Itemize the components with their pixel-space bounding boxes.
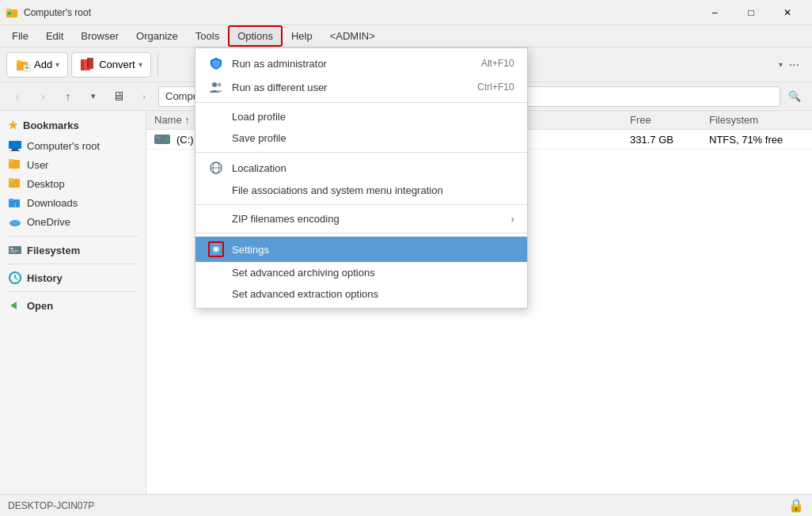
close-button[interactable]: ✕ xyxy=(769,0,806,25)
user-switch-icon xyxy=(208,80,224,94)
menu-file[interactable]: File xyxy=(3,26,37,46)
dd-save-profile-label: Save profile xyxy=(232,132,443,144)
menu-help[interactable]: Help xyxy=(283,26,321,46)
dd-zip-encoding-label: ZIP filenames encoding xyxy=(232,213,432,225)
dropdown-button[interactable]: ▾ xyxy=(82,85,104,108)
sidebar-separator-1 xyxy=(8,236,138,237)
drive-icon xyxy=(154,133,170,146)
dd-separator-1 xyxy=(195,102,527,103)
minimize-button[interactable]: – xyxy=(696,0,733,25)
computers-root-icon xyxy=(8,138,22,153)
open-section[interactable]: Open xyxy=(0,295,146,316)
dd-separator-2 xyxy=(195,152,527,153)
svg-rect-1 xyxy=(6,9,11,11)
convert-icon xyxy=(80,57,96,73)
sidebar-item-onedrive[interactable]: OneDrive xyxy=(0,212,146,231)
dd-localization-label: Localization xyxy=(232,162,443,174)
dd-file-associations[interactable]: File associations and system menu integr… xyxy=(195,180,527,201)
open-icon xyxy=(8,298,22,313)
settings-icon xyxy=(208,241,224,257)
svg-rect-26 xyxy=(10,250,18,251)
filesystem-label: Filesystem xyxy=(27,245,80,256)
svg-rect-12 xyxy=(12,149,18,150)
desktop-icon xyxy=(8,176,22,191)
convert-button[interactable]: Convert ▾ xyxy=(71,52,151,78)
svg-rect-27 xyxy=(10,252,17,252)
up-button[interactable]: ↑ xyxy=(57,85,79,108)
menu-organize[interactable]: Organize xyxy=(127,26,187,46)
svg-marker-31 xyxy=(10,302,17,309)
history-label: History xyxy=(27,272,63,284)
status-bar: DESKTOP-JCIN07P 🔒 xyxy=(0,494,812,516)
dd-archiving-options[interactable]: Set advanced archiving options xyxy=(195,262,527,283)
dd-run-as-user-shortcut: Ctrl+F10 xyxy=(451,82,514,93)
menu-tools[interactable]: Tools xyxy=(187,26,228,46)
onedrive-label: OneDrive xyxy=(27,216,70,228)
dd-separator-4 xyxy=(195,233,527,233)
svg-text:↓: ↓ xyxy=(13,200,17,208)
menu-admin[interactable]: <ADMIN> xyxy=(321,26,384,46)
filesystem-section[interactable]: Filesystem xyxy=(0,240,146,260)
menu-browser[interactable]: Browser xyxy=(72,26,127,46)
dd-run-as-admin-label: Run as administrator xyxy=(232,58,443,70)
downloads-icon: ↓ xyxy=(8,195,22,210)
menu-edit[interactable]: Edit xyxy=(37,26,72,46)
column-filesystem: Filesystem xyxy=(709,114,804,126)
forward-button[interactable]: › xyxy=(32,85,54,108)
dd-settings[interactable]: Settings xyxy=(195,237,527,262)
desktop-label: Desktop xyxy=(27,178,65,190)
sidebar-item-user[interactable]: User xyxy=(0,155,146,174)
lock-icon: 🔒 xyxy=(788,498,804,513)
computer-icon: 🖥 xyxy=(108,85,130,108)
computers-root-label: Computer's root xyxy=(27,140,100,152)
svg-rect-33 xyxy=(156,137,161,138)
dd-save-profile[interactable]: Save profile xyxy=(195,127,527,149)
onedrive-icon xyxy=(8,214,22,229)
dd-zip-encoding[interactable]: ZIP filenames encoding › xyxy=(195,208,527,230)
maximize-button[interactable]: □ xyxy=(733,0,769,25)
add-arrow: ▾ xyxy=(55,60,59,69)
history-section[interactable]: History xyxy=(0,267,146,288)
back-button[interactable]: ‹ xyxy=(6,85,28,108)
search-button[interactable]: 🔍 xyxy=(784,85,806,108)
dd-run-as-user-label: Run as different user xyxy=(232,82,443,93)
svg-rect-10 xyxy=(89,58,93,69)
more-button[interactable]: ··· xyxy=(783,55,806,75)
app-icon xyxy=(6,6,19,19)
sidebar-item-computers-root[interactable]: Computer's root xyxy=(0,136,146,155)
svg-line-30 xyxy=(15,278,17,279)
dd-localization[interactable]: Localization xyxy=(195,156,527,180)
bookmarks-section[interactable]: ★ Bookmarks xyxy=(0,116,146,135)
dd-file-associations-label: File associations and system menu integr… xyxy=(232,184,443,196)
dd-run-as-user[interactable]: Run as different user Ctrl+F10 xyxy=(195,75,527,99)
window-controls: – □ ✕ xyxy=(696,0,806,25)
history-icon xyxy=(8,271,22,285)
menu-options[interactable]: Options xyxy=(228,25,283,47)
dd-run-as-admin[interactable]: Run as administrator Alt+F10 xyxy=(195,51,527,75)
localization-icon xyxy=(208,161,224,175)
convert-arrow: ▾ xyxy=(138,60,142,69)
filesystem-icon xyxy=(8,243,22,257)
sidebar-item-downloads[interactable]: ↓ Downloads xyxy=(0,193,146,212)
options-dropdown: Run as administrator Alt+F10 Run as diff… xyxy=(195,47,528,309)
drive-filesystem: NTFS, 71% free xyxy=(709,134,804,146)
sidebar-item-desktop[interactable]: Desktop xyxy=(0,174,146,193)
open-label: Open xyxy=(27,300,53,312)
bookmarks-label: Bookmarks xyxy=(23,120,79,131)
dd-run-as-admin-shortcut: Alt+F10 xyxy=(451,58,514,69)
drive-free: 331.7 GB xyxy=(630,134,693,146)
dd-archiving-label: Set advanced archiving options xyxy=(232,267,443,279)
svg-rect-15 xyxy=(9,159,13,162)
nav-arrow: › xyxy=(133,85,155,108)
svg-rect-2 xyxy=(8,12,11,15)
dd-load-profile[interactable]: Load profile xyxy=(195,106,527,127)
svg-rect-11 xyxy=(9,141,21,149)
zip-arrow-icon: › xyxy=(511,214,514,225)
add-button[interactable]: + Add ▾ xyxy=(6,52,68,78)
dd-extraction-options[interactable]: Set advanced extraction options xyxy=(195,283,527,305)
svg-point-35 xyxy=(212,82,217,87)
svg-text:+: + xyxy=(25,63,29,72)
menu-bar: File Edit Browser Organize Tools Options… xyxy=(0,25,812,47)
svg-rect-17 xyxy=(9,178,13,181)
downloads-label: Downloads xyxy=(27,197,78,209)
